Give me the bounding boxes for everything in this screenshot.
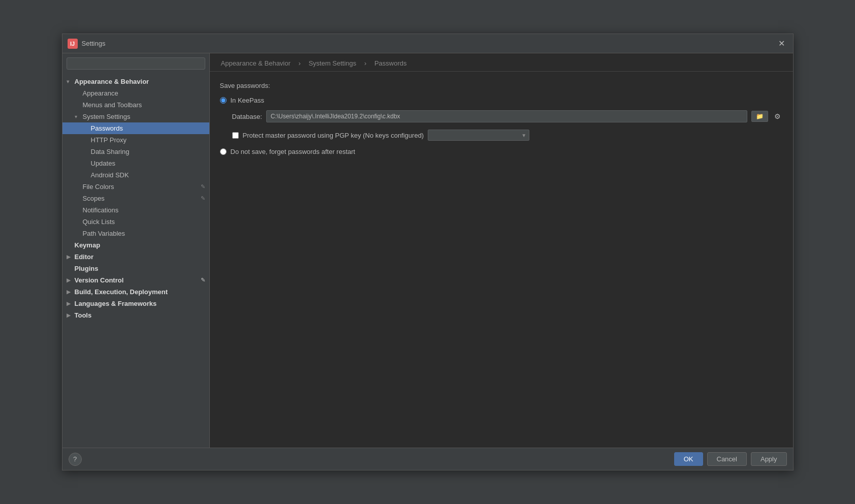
- app-icon: IJ: [68, 39, 78, 49]
- in-keepass-option: In KeePass: [220, 97, 783, 104]
- breadcrumb-sep2: ›: [364, 59, 366, 67]
- sidebar-item-notifications[interactable]: Notifications: [62, 204, 209, 216]
- sidebar-item-label: Menus and Toolbars: [83, 101, 142, 109]
- sidebar-item-label: Android SDK: [91, 171, 129, 179]
- gear-button[interactable]: ⚙: [772, 111, 783, 121]
- sidebar-item-label: Editor: [75, 253, 94, 261]
- sidebar: ▾ Appearance & Behavior Appearance Menus…: [62, 53, 210, 448]
- database-row: Database: 📁 ⚙: [232, 110, 783, 122]
- sidebar-item-version-control[interactable]: ▶ Version Control ✎: [62, 274, 209, 286]
- sidebar-item-appearance[interactable]: Appearance: [62, 87, 209, 99]
- breadcrumb-part2: System Settings: [308, 59, 356, 67]
- sidebar-item-label: Plugins: [75, 265, 99, 272]
- edit-icon: ✎: [201, 195, 205, 202]
- arrow-icon: ▾: [75, 114, 81, 119]
- search-input[interactable]: [67, 57, 205, 70]
- sidebar-item-quick-lists[interactable]: Quick Lists: [62, 216, 209, 228]
- dialog-footer: ? OK Cancel Apply: [62, 448, 793, 470]
- sidebar-item-label: HTTP Proxy: [91, 136, 127, 144]
- sidebar-item-label: Data Sharing: [91, 148, 130, 155]
- database-label: Database:: [232, 113, 262, 120]
- dialog-body: ▾ Appearance & Behavior Appearance Menus…: [62, 53, 793, 448]
- protect-label: Protect master password using PGP key (N…: [243, 132, 424, 139]
- pgp-dropdown-wrap: ▼: [428, 130, 529, 141]
- sidebar-item-label: Build, Execution, Deployment: [75, 288, 168, 296]
- sidebar-item-appearance-behavior[interactable]: ▾ Appearance & Behavior: [62, 76, 209, 87]
- sidebar-item-languages-frameworks[interactable]: ▶ Languages & Frameworks: [62, 298, 209, 309]
- sidebar-item-build-execution[interactable]: ▶ Build, Execution, Deployment: [62, 286, 209, 298]
- browse-button[interactable]: 📁: [751, 111, 768, 122]
- cancel-button[interactable]: Cancel: [707, 452, 747, 466]
- sidebar-item-keymap[interactable]: Keymap: [62, 239, 209, 251]
- content-area: Save passwords: In KeePass Database: 📁 ⚙: [210, 72, 793, 448]
- breadcrumb: Appearance & Behavior › System Settings …: [210, 53, 793, 72]
- sidebar-item-passwords[interactable]: Passwords: [62, 122, 209, 134]
- sidebar-item-label: Tools: [75, 311, 92, 319]
- close-button[interactable]: ✕: [775, 38, 788, 49]
- arrow-icon: ▶: [67, 277, 73, 283]
- arrow-icon: ▾: [67, 79, 73, 84]
- sidebar-item-plugins[interactable]: Plugins: [62, 263, 209, 274]
- save-passwords-label: Save passwords:: [220, 82, 783, 89]
- sidebar-tree: ▾ Appearance & Behavior Appearance Menus…: [62, 74, 209, 448]
- help-button[interactable]: ?: [69, 453, 82, 466]
- settings-dialog: IJ Settings ✕ ▾ Appearance & Behavior Ap…: [62, 34, 794, 470]
- arrow-icon: ▶: [67, 301, 73, 306]
- sidebar-item-label: Updates: [91, 160, 115, 167]
- do-not-save-radio[interactable]: [220, 148, 227, 155]
- arrow-icon: ▶: [67, 289, 73, 295]
- sidebar-item-data-sharing[interactable]: Data Sharing: [62, 146, 209, 158]
- sidebar-item-label: Appearance: [83, 89, 118, 97]
- sidebar-item-label: Path Variables: [83, 230, 125, 237]
- ok-button[interactable]: OK: [674, 452, 703, 466]
- sidebar-item-label: Appearance & Behavior: [75, 78, 149, 85]
- sidebar-item-label: System Settings: [83, 113, 131, 120]
- dialog-title: Settings: [82, 40, 775, 47]
- sidebar-item-label: Keymap: [75, 241, 101, 249]
- sidebar-item-file-colors[interactable]: File Colors ✎: [62, 181, 209, 193]
- sidebar-item-label: Version Control: [75, 276, 124, 284]
- arrow-icon: ▶: [67, 312, 73, 318]
- in-keepass-radio[interactable]: [220, 97, 227, 104]
- title-bar: IJ Settings ✕: [62, 34, 793, 53]
- sidebar-item-http-proxy[interactable]: HTTP Proxy: [62, 134, 209, 146]
- sidebar-item-android-sdk[interactable]: Android SDK: [62, 169, 209, 181]
- sidebar-item-editor[interactable]: ▶ Editor: [62, 251, 209, 263]
- sidebar-item-scopes[interactable]: Scopes ✎: [62, 193, 209, 204]
- protect-row: Protect master password using PGP key (N…: [232, 130, 783, 141]
- edit-icon: ✎: [201, 277, 205, 284]
- sidebar-item-path-variables[interactable]: Path Variables: [62, 228, 209, 239]
- sidebar-item-updates[interactable]: Updates: [62, 158, 209, 169]
- do-not-save-option: Do not save, forget passwords after rest…: [220, 148, 783, 155]
- arrow-icon: ▶: [67, 254, 73, 260]
- sidebar-item-tools[interactable]: ▶ Tools: [62, 309, 209, 321]
- breadcrumb-part1: Appearance & Behavior: [221, 59, 291, 67]
- apply-button[interactable]: Apply: [751, 452, 787, 466]
- protect-checkbox[interactable]: [232, 132, 239, 139]
- sidebar-item-menus-toolbars[interactable]: Menus and Toolbars: [62, 99, 209, 111]
- breadcrumb-sep1: ›: [298, 59, 300, 67]
- sidebar-item-label: Languages & Frameworks: [75, 300, 157, 307]
- sidebar-item-label: Passwords: [91, 124, 123, 132]
- database-input[interactable]: [266, 110, 747, 122]
- in-keepass-label: In KeePass: [231, 97, 265, 104]
- sidebar-item-label: Scopes: [83, 195, 105, 202]
- breadcrumb-part3: Passwords: [374, 59, 407, 67]
- sidebar-item-label: File Colors: [83, 183, 114, 191]
- edit-icon: ✎: [201, 183, 205, 190]
- pgp-key-dropdown[interactable]: [428, 130, 529, 141]
- sidebar-item-label: Notifications: [83, 206, 119, 214]
- main-content: Appearance & Behavior › System Settings …: [210, 53, 793, 448]
- sidebar-item-label: Quick Lists: [83, 218, 115, 226]
- sidebar-item-system-settings[interactable]: ▾ System Settings: [62, 111, 209, 122]
- footer-left: ?: [69, 453, 82, 466]
- radio-group: In KeePass Database: 📁 ⚙ Protect master …: [220, 97, 783, 162]
- do-not-save-label: Do not save, forget passwords after rest…: [231, 148, 356, 155]
